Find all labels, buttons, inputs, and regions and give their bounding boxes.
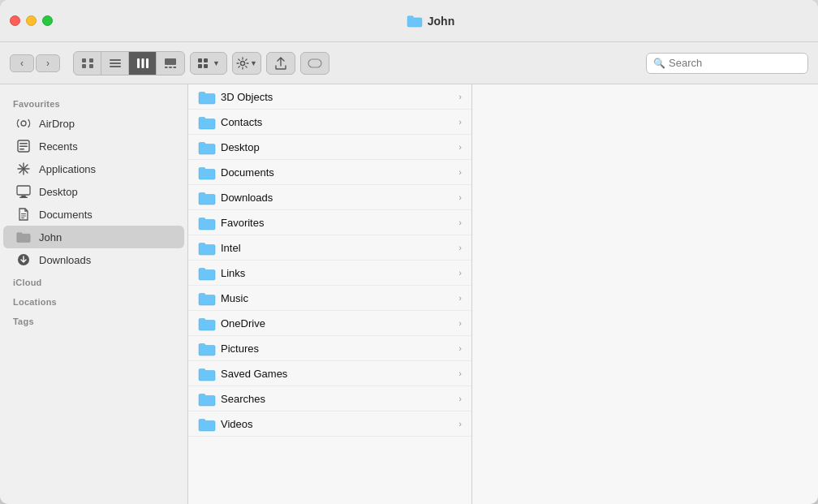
file-name: Desktop — [221, 141, 260, 153]
sidebar-item-desktop[interactable]: Desktop — [3, 180, 184, 203]
documents-icon — [16, 207, 31, 222]
folder-icon — [198, 317, 214, 330]
file-item-left: Saved Games — [198, 367, 287, 380]
file-item[interactable]: Videos› — [188, 411, 471, 437]
close-button[interactable] — [10, 15, 20, 26]
chevron-right-icon: › — [459, 117, 462, 127]
search-input[interactable] — [669, 57, 801, 69]
chevron-right-icon: › — [459, 343, 462, 353]
svg-rect-15 — [204, 58, 208, 62]
chevron-right-icon: › — [459, 368, 462, 378]
chevron-right-icon: › — [459, 394, 462, 403]
file-item[interactable]: Contacts› — [188, 110, 471, 135]
file-item[interactable]: Favorites› — [188, 210, 471, 235]
nav-buttons: ‹ › — [10, 54, 60, 72]
window-title: John — [428, 15, 454, 28]
sidebar-item-john[interactable]: John — [3, 226, 184, 248]
airdrop-icon — [16, 116, 31, 131]
file-item[interactable]: Searches› — [188, 386, 471, 411]
tags-section: Tags — [0, 310, 187, 330]
sidebar-item-recents-label: Recents — [39, 140, 78, 153]
file-item[interactable]: Pictures› — [188, 336, 471, 361]
file-item[interactable]: OneDrive› — [188, 311, 471, 336]
svg-rect-24 — [19, 149, 24, 150]
sidebar-item-airdrop[interactable]: AirDrop — [3, 112, 184, 135]
svg-rect-16 — [198, 64, 202, 68]
file-item-left: Documents — [198, 166, 274, 179]
sidebar-item-applications[interactable]: Applications — [3, 157, 184, 180]
back-button[interactable]: ‹ — [10, 54, 34, 72]
file-item[interactable]: Saved Games› — [188, 361, 471, 386]
group-icon — [197, 58, 210, 69]
chevron-right-icon: › — [459, 92, 462, 101]
minimize-button[interactable] — [26, 15, 37, 26]
sidebar: Favourites AirDrop — [0, 84, 188, 504]
file-item-left: Pictures — [198, 342, 259, 355]
folder-icon — [198, 392, 214, 405]
file-item[interactable]: Links› — [188, 261, 471, 286]
sidebar-item-downloads[interactable]: Downloads — [3, 248, 184, 271]
view-icons-button[interactable] — [74, 52, 101, 75]
svg-rect-9 — [146, 58, 149, 68]
folder-icon — [198, 266, 214, 279]
sidebar-item-recents[interactable]: Recents — [3, 135, 184, 157]
svg-rect-14 — [198, 58, 202, 62]
file-name: 3D Objects — [221, 91, 273, 103]
folder-icon — [198, 367, 214, 380]
share-button[interactable] — [266, 52, 295, 75]
svg-rect-13 — [174, 67, 177, 68]
search-bar[interactable]: 🔍 — [646, 53, 808, 74]
file-item[interactable]: Downloads› — [188, 185, 471, 210]
file-item[interactable]: Intel› — [188, 235, 471, 261]
svg-rect-31 — [19, 197, 28, 199]
sidebar-item-downloads-label: Downloads — [39, 254, 91, 266]
forward-button[interactable]: › — [36, 54, 60, 72]
john-folder-icon — [16, 230, 31, 244]
file-item[interactable]: Documents› — [188, 160, 471, 185]
file-item-left: 3D Objects — [198, 90, 273, 103]
svg-rect-6 — [110, 66, 121, 67]
svg-rect-5 — [110, 62, 121, 64]
tags-header: Tags — [0, 310, 187, 330]
desktop-icon — [16, 184, 31, 199]
fullscreen-button[interactable] — [42, 15, 53, 26]
file-name: Saved Games — [221, 368, 287, 380]
file-item[interactable]: 3D Objects› — [188, 84, 471, 110]
file-item-left: Intel — [198, 241, 241, 254]
traffic-lights — [10, 15, 53, 26]
view-gallery-button[interactable] — [157, 52, 184, 75]
folder-icon — [198, 417, 214, 430]
file-item[interactable]: Music› — [188, 286, 471, 311]
svg-point-20 — [21, 121, 26, 126]
title-folder-icon — [407, 15, 423, 28]
search-icon: 🔍 — [653, 58, 665, 69]
folder-icon — [198, 166, 214, 179]
view-list-button[interactable] — [101, 52, 129, 75]
favourites-header: Favourites — [0, 93, 187, 112]
file-item-left: Favorites — [198, 216, 264, 229]
settings-button[interactable]: ▼ — [232, 52, 261, 75]
view-columns-button[interactable] — [129, 52, 157, 75]
group-button[interactable]: ▼ — [190, 52, 227, 75]
svg-rect-12 — [169, 67, 172, 68]
titlebar: John — [0, 0, 818, 42]
folder-icon — [198, 191, 214, 204]
folder-icon — [198, 291, 214, 304]
locations-header: Locations — [0, 291, 187, 310]
chevron-right-icon: › — [459, 293, 462, 303]
chevron-right-icon: › — [459, 218, 462, 227]
chevron-right-icon: › — [459, 419, 462, 429]
sidebar-item-john-label: John — [39, 231, 62, 243]
toolbar: ‹ › — [0, 42, 818, 84]
svg-rect-29 — [17, 186, 30, 195]
file-item[interactable]: Desktop› — [188, 135, 471, 160]
sidebar-item-documents-label: Documents — [39, 209, 93, 221]
chevron-right-icon: › — [459, 268, 462, 278]
file-item-left: Searches — [198, 392, 265, 405]
favourites-section: Favourites AirDrop — [0, 93, 187, 271]
locations-section: Locations — [0, 291, 187, 310]
sidebar-item-documents[interactable]: Documents — [3, 203, 184, 226]
svg-point-18 — [240, 61, 244, 65]
file-name: Favorites — [221, 217, 264, 229]
tag-button[interactable] — [300, 52, 329, 75]
